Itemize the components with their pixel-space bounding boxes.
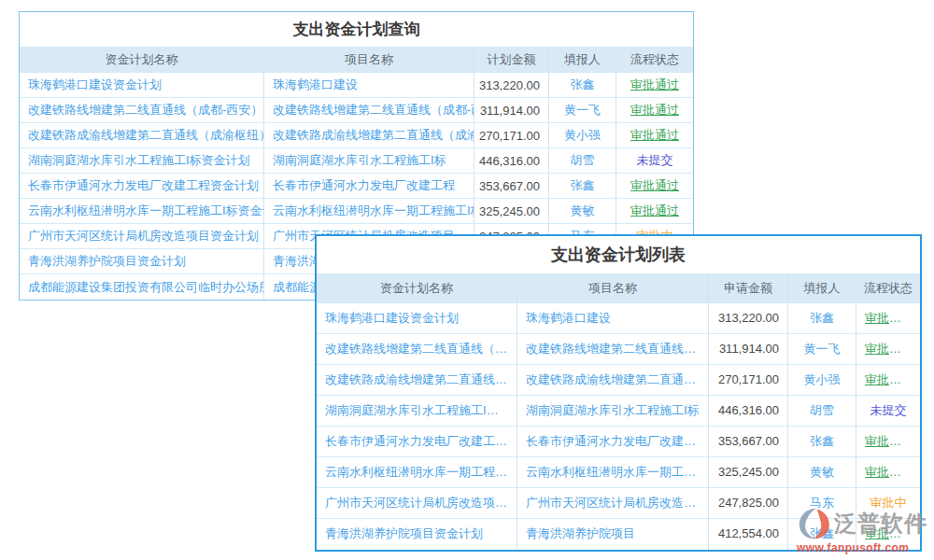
cell-status[interactable]: 审批通过 [616,199,693,223]
cell-amount: 270,171.00 [709,365,788,395]
cell-project-name[interactable]: 云南水利枢纽潜明水库一期工程施工I标 [517,457,709,487]
list-table-header: 资金计划名称 项目名称 申请金额 填报人 流程状态 [317,273,920,303]
cell-amount: 311,914.00 [709,334,788,364]
cell-amount: 313,220.00 [474,73,549,97]
column-header-planned-amount: 计划金额 [474,48,549,72]
table-row[interactable]: 湖南洞庭湖水库引水工程施工I标资金计划 湖南洞庭湖水库引水工程施工I标 446,… [20,148,693,174]
table-row[interactable]: 改建铁路成渝线增建第二直通线（成渝枢纽）电 改建铁路成渝线增建第二直通线（成渝枢… [20,123,693,148]
cell-amount: 311,914.00 [474,98,549,122]
table-row[interactable]: 长春市伊通河水力发电厂改建工程资金计划 长春市伊通河水力发电厂改建工程 353,… [317,427,920,457]
list-window-title: 支出资金计划列表 [317,236,920,273]
cell-status[interactable]: 未提交 [856,396,920,426]
cell-reporter[interactable]: 张鑫 [549,174,616,198]
column-header-process-status: 流程状态 [616,48,693,72]
cell-amount: 412,554.00 [709,519,788,550]
cell-status[interactable]: 未提交 [616,148,693,173]
cell-amount: 353,667.00 [474,174,549,198]
query-window-title: 支出资金计划查询 [20,12,693,47]
cell-amount: 247,825.00 [709,488,788,518]
cell-status[interactable]: 审批通过 [616,123,693,147]
cell-project-name[interactable]: 广州市天河区统计局机房改造项目 [517,488,709,518]
cell-plan-name[interactable]: 改建铁路线增建第二线直通线（成都-西安）电力 [20,98,264,122]
cell-plan-name[interactable]: 长春市伊通河水力发电厂改建工程资金计划 [20,174,264,198]
table-row[interactable]: 云南水利枢纽潜明水库一期工程施工I标资金计划 云南水利枢纽潜明水库一期工程施工I… [20,199,693,224]
cell-project-name[interactable]: 改建铁路成渝线增建第二直通线（成渝枢 [264,123,474,147]
table-row[interactable]: 珠海鹤港口建设资金计划 珠海鹤港口建设 313,220.00 张鑫 审批通过 [20,73,693,98]
column-header-process-status: 流程状态 [856,274,920,302]
table-row[interactable]: 长春市伊通河水力发电厂改建工程资金计划 长春市伊通河水力发电厂改建工程 353,… [20,174,693,199]
cell-project-name[interactable]: 长春市伊通河水力发电厂改建工程 [264,174,474,198]
cell-amount: 353,667.00 [709,427,788,456]
cell-reporter[interactable]: 张鑫 [788,303,856,333]
column-header-project-name: 项目名称 [264,48,474,72]
column-header-plan-name: 资金计划名称 [317,274,517,302]
cell-project-name[interactable]: 湖南洞庭湖水库引水工程施工I标 [517,396,709,426]
cell-status[interactable]: 审批通过 [856,334,920,364]
column-header-project-name: 项目名称 [517,274,709,302]
cell-amount: 325,245.00 [474,199,549,223]
cell-amount: 313,220.00 [709,303,788,333]
cell-status[interactable]: 审批通过 [856,427,920,456]
column-header-requested-amount: 申请金额 [709,274,788,302]
cell-status[interactable]: 审批通过 [856,365,920,395]
cell-reporter[interactable]: 黄小强 [788,365,856,395]
cell-plan-name[interactable]: 成都能源建设集团投资有限公司临时办公场所装 [20,274,264,300]
cell-project-name[interactable]: 改建铁路线增建第二线直通线（成都-西安 [517,334,709,364]
table-row[interactable]: 湖南洞庭湖水库引水工程施工I标资金计划 湖南洞庭湖水库引水工程施工I标 446,… [317,396,920,427]
cell-plan-name[interactable]: 青海洪湖养护院项目资金计划 [317,519,517,550]
cell-status[interactable]: 审批通过 [616,174,693,198]
cell-plan-name[interactable]: 云南水利枢纽潜明水库一期工程施工I标资金计划 [317,457,517,487]
cell-plan-name[interactable]: 云南水利枢纽潜明水库一期工程施工I标资金计划 [20,199,264,223]
fanpu-logo-icon [797,507,832,540]
cell-reporter[interactable]: 胡雪 [549,148,616,173]
cell-plan-name[interactable]: 湖南洞庭湖水库引水工程施工I标资金计划 [317,396,517,426]
cell-amount: 270,171.00 [474,123,549,147]
cell-plan-name[interactable]: 改建铁路成渝线增建第二直通线（成渝枢纽）电 [20,123,264,147]
cell-status[interactable]: 审批通过 [616,98,693,122]
cell-project-name[interactable]: 改建铁路成渝线增建第二直通线（成渝枢 [517,365,709,395]
cell-project-name[interactable]: 云南水利枢纽潜明水库一期工程施工I标 [264,199,474,223]
table-row[interactable]: 改建铁路线增建第二线直通线（成都-西安）电力 改建铁路线增建第二线直通线（成都-… [20,98,693,123]
query-table-header: 资金计划名称 项目名称 计划金额 填报人 流程状态 [20,47,693,73]
cell-reporter[interactable]: 黄小强 [549,123,616,147]
cell-amount: 446,316.00 [474,148,549,173]
cell-plan-name[interactable]: 珠海鹤港口建设资金计划 [317,303,517,333]
cell-reporter[interactable]: 胡雪 [788,396,856,426]
table-row[interactable]: 珠海鹤港口建设资金计划 珠海鹤港口建设 313,220.00 张鑫 审批通过 [317,303,920,334]
cell-plan-name[interactable]: 广州市天河区统计局机房改造项目资金计划 [317,488,517,518]
cell-status[interactable]: 审批通过 [856,303,920,333]
cell-project-name[interactable]: 珠海鹤港口建设 [517,303,709,333]
cell-reporter[interactable]: 黄一飞 [788,334,856,364]
cell-project-name[interactable]: 改建铁路线增建第二线直通线（成都-西安 [264,98,474,122]
cell-plan-name[interactable]: 青海洪湖养护院项目资金计划 [20,249,264,273]
table-row[interactable]: 改建铁路成渝线增建第二直通线（成渝枢纽）电 改建铁路成渝线增建第二直通线（成渝枢… [317,365,920,396]
cell-plan-name[interactable]: 珠海鹤港口建设资金计划 [20,73,264,97]
cell-project-name[interactable]: 珠海鹤港口建设 [264,73,474,97]
cell-status[interactable]: 审批通过 [856,457,920,487]
cell-reporter[interactable]: 黄一飞 [549,98,616,122]
fanpu-watermark: 泛普软件 www.fanpusoft.com [797,507,927,553]
cell-status[interactable]: 审批通过 [616,73,693,97]
cell-amount: 446,316.00 [709,396,788,426]
cell-plan-name[interactable]: 改建铁路成渝线增建第二直通线（成渝枢纽）电 [317,365,517,395]
cell-plan-name[interactable]: 广州市天河区统计局机房改造项目资金计划 [20,224,264,248]
column-header-plan-name: 资金计划名称 [20,48,264,72]
table-row[interactable]: 改建铁路线增建第二线直通线（成都-西安）电力 改建铁路线增建第二线直通线（成都-… [317,334,920,365]
list-window: 支出资金计划列表 资金计划名称 项目名称 申请金额 填报人 流程状态 珠海鹤港口… [315,234,922,552]
cell-reporter[interactable]: 张鑫 [788,427,856,456]
cell-reporter[interactable]: 黄敏 [788,457,856,487]
cell-project-name[interactable]: 长春市伊通河水力发电厂改建工程 [517,427,709,456]
cell-project-name[interactable]: 湖南洞庭湖水库引水工程施工I标 [264,148,474,173]
fanpu-brand-text: 泛普软件 [834,512,927,535]
cell-reporter[interactable]: 黄敏 [549,199,616,223]
table-row[interactable]: 云南水利枢纽潜明水库一期工程施工I标资金计划 云南水利枢纽潜明水库一期工程施工I… [317,457,920,488]
cell-project-name[interactable]: 青海洪湖养护院项目 [517,519,709,550]
cell-plan-name[interactable]: 长春市伊通河水力发电厂改建工程资金计划 [317,427,517,456]
cell-plan-name[interactable]: 湖南洞庭湖水库引水工程施工I标资金计划 [20,148,264,173]
fanpu-url-text: www.fanpusoft.com [797,542,927,553]
column-header-reporter: 填报人 [549,48,616,72]
cell-reporter[interactable]: 张鑫 [549,73,616,97]
cell-amount: 325,245.00 [709,457,788,487]
column-header-reporter: 填报人 [788,274,856,302]
cell-plan-name[interactable]: 改建铁路线增建第二线直通线（成都-西安）电力 [317,334,517,364]
